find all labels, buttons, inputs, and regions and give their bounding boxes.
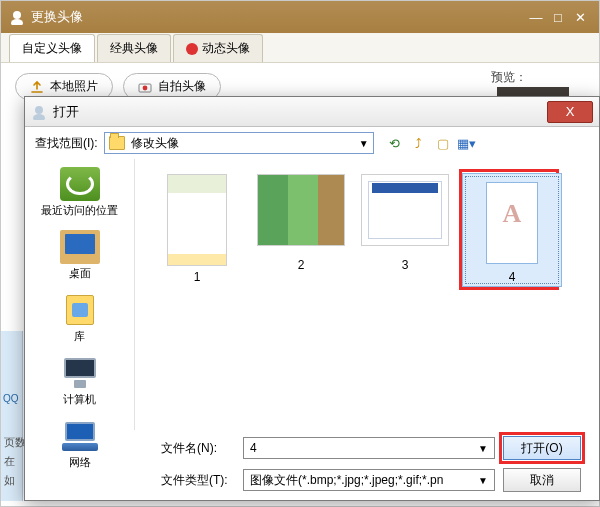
lookin-label: 查找范围(I):	[35, 135, 98, 152]
avatar-tab-strip: 自定义头像 经典头像 动态头像	[1, 33, 599, 63]
tab-classic-avatar[interactable]: 经典头像	[97, 34, 171, 62]
dynamic-icon	[186, 43, 198, 55]
svg-point-4	[35, 106, 43, 114]
chevron-down-icon: ▼	[359, 138, 369, 149]
close-x-label: X	[566, 104, 575, 119]
tab-custom-avatar[interactable]: 自定义头像	[9, 34, 95, 62]
svg-point-0	[13, 11, 21, 19]
file-dialog-footer: 文件名(N): 4 ▼ 打开(O) 文件类型(T): 图像文件(*.bmp;*.…	[25, 430, 599, 500]
file-dialog-toolbar: 查找范围(I): 修改头像 ▼ ⟲ ⤴ ▢ ▦▾	[25, 127, 599, 159]
place-library[interactable]: 库	[25, 289, 134, 352]
upload-icon	[30, 80, 44, 94]
cancel-button-label: 取消	[530, 473, 554, 487]
place-recent-label: 最近访问的位置	[41, 204, 118, 216]
cancel-button[interactable]: 取消	[503, 468, 581, 492]
outer-minimize-button[interactable]: —	[525, 10, 547, 25]
thumbnail-image	[167, 174, 227, 266]
chevron-down-icon[interactable]: ▼	[478, 443, 488, 454]
file-item-selected[interactable]: 4	[462, 173, 562, 287]
open-button-label: 打开(O)	[521, 441, 562, 455]
file-item[interactable]: 3	[355, 169, 455, 275]
file-open-dialog: 打开 X 查找范围(I): 修改头像 ▼ ⟲ ⤴ ▢ ▦▾ 最近访问的位置 桌面…	[24, 96, 600, 501]
outer-close-button[interactable]: ✕	[569, 10, 591, 25]
change-avatar-title: 更换头像	[31, 8, 83, 26]
selfie-label: 自拍头像	[158, 78, 206, 95]
thumbnail-image	[257, 174, 345, 246]
computer-icon	[60, 356, 100, 390]
file-list[interactable]: 1 2 3 4	[135, 159, 599, 430]
desktop-icon	[60, 230, 100, 264]
file-item-highlighted[interactable]: 4	[459, 169, 559, 290]
tab-dynamic-avatar[interactable]: 动态头像	[173, 34, 263, 62]
open-button[interactable]: 打开(O)	[503, 436, 581, 460]
local-photo-label: 本地照片	[50, 78, 98, 95]
file-item[interactable]: 2	[251, 169, 351, 275]
svg-point-5	[33, 114, 45, 120]
view-menu-icon[interactable]: ▦▾	[458, 134, 476, 152]
dialog-icon	[31, 104, 47, 120]
file-dialog-title: 打开	[53, 103, 79, 121]
outer-maximize-button[interactable]: □	[547, 10, 569, 25]
place-computer-label: 计算机	[63, 393, 96, 405]
file-name-label: 2	[298, 258, 305, 272]
place-desktop-label: 桌面	[69, 267, 91, 279]
tab-classic-label: 经典头像	[110, 40, 158, 57]
up-one-level-icon[interactable]: ⤴	[410, 134, 428, 152]
new-folder-icon[interactable]: ▢	[434, 134, 452, 152]
file-item[interactable]: 1	[147, 169, 247, 287]
filetype-label: 文件类型(T):	[161, 472, 235, 489]
change-avatar-titlebar[interactable]: 更换头像 — □ ✕	[1, 1, 599, 33]
filename-label: 文件名(N):	[161, 440, 235, 457]
thumbnail-image	[486, 182, 538, 264]
bg-qq-label: QQ	[3, 393, 19, 404]
file-dialog-close-button[interactable]: X	[547, 101, 593, 123]
place-recent[interactable]: 最近访问的位置	[25, 163, 134, 226]
place-library-label: 库	[74, 330, 85, 342]
file-name-label: 3	[402, 258, 409, 272]
library-icon	[60, 293, 100, 327]
lookin-combo[interactable]: 修改头像 ▼	[104, 132, 374, 154]
place-desktop[interactable]: 桌面	[25, 226, 134, 289]
svg-point-3	[143, 85, 148, 90]
filename-value: 4	[250, 441, 257, 455]
back-icon[interactable]: ⟲	[386, 134, 404, 152]
filetype-combo[interactable]: 图像文件(*.bmp;*.jpg;*.jpeg;*.gif;*.pn ▼	[243, 469, 495, 491]
tab-dynamic-label: 动态头像	[202, 40, 250, 57]
lookin-value: 修改头像	[131, 135, 179, 152]
recent-icon	[60, 167, 100, 201]
chevron-down-icon[interactable]: ▼	[478, 475, 488, 486]
app-icon	[9, 9, 25, 25]
file-name-label: 1	[194, 270, 201, 284]
svg-point-1	[11, 19, 23, 25]
filename-input[interactable]: 4 ▼	[243, 437, 495, 459]
place-computer[interactable]: 计算机	[25, 352, 134, 415]
folder-icon	[109, 136, 125, 150]
tab-custom-label: 自定义头像	[22, 40, 82, 57]
camera-icon	[138, 80, 152, 94]
file-dialog-titlebar[interactable]: 打开 X	[25, 97, 599, 127]
preview-label: 预览：	[491, 69, 527, 86]
places-bar: 最近访问的位置 桌面 库 计算机 网络	[25, 159, 135, 430]
file-name-label: 4	[509, 270, 516, 284]
filetype-value: 图像文件(*.bmp;*.jpg;*.jpeg;*.gif;*.pn	[250, 472, 443, 489]
thumbnail-image	[361, 174, 449, 246]
